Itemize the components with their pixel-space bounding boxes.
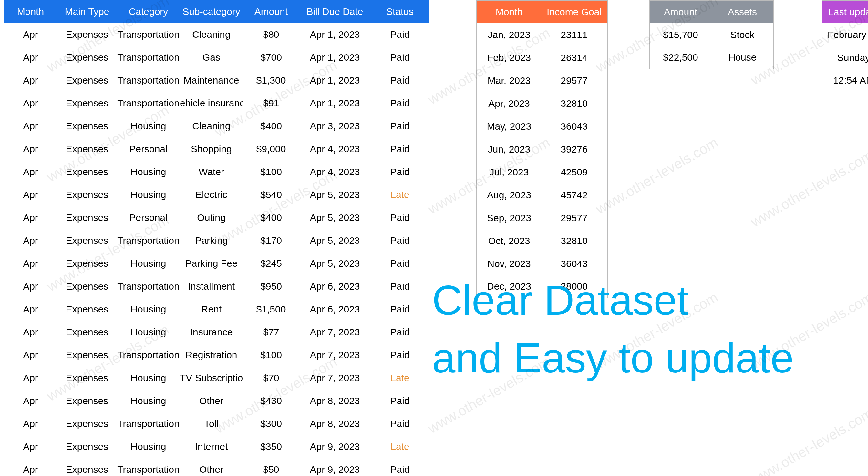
- table-row: AprExpensesHousingCleaning$400Apr 3, 202…: [4, 114, 430, 137]
- table-row: AprExpensesTransportationCleaning$80Apr …: [4, 23, 430, 46]
- table-row: AprExpensesHousingParking Fee$245Apr 5, …: [4, 252, 430, 275]
- cell-category: Housing: [117, 435, 180, 458]
- cell-income-month: Sep, 2023: [476, 206, 541, 229]
- cell-sub-category: Cleaning: [180, 23, 243, 46]
- table-row: AprExpensesTransportationRegistration$10…: [4, 343, 430, 366]
- cell-sub-category: ehicle insuranc: [180, 92, 243, 114]
- cell-status: Paid: [370, 298, 430, 320]
- cell-month: Apr: [4, 320, 57, 343]
- cell-income-month: Jun, 2023: [476, 138, 541, 161]
- cell-income-goal: 45742: [541, 183, 608, 206]
- cell-bill-due-date: Apr 6, 2023: [299, 298, 370, 320]
- cell-month: Apr: [4, 366, 57, 389]
- cell-category: Housing: [117, 114, 180, 137]
- cell-category: Transportation: [117, 23, 180, 46]
- watermark: www.other-levels.com: [748, 405, 868, 476]
- cell-month: Apr: [4, 435, 57, 458]
- table-row: AprExpensesHousingElectric$540Apr 5, 202…: [4, 183, 430, 206]
- cell-income-goal: 39276: [541, 138, 608, 161]
- cell-bill-due-date: Apr 5, 2023: [299, 252, 370, 275]
- cell-income-goal: 36043: [541, 115, 608, 138]
- cell-main-type: Expenses: [57, 46, 117, 69]
- cell-main-type: Expenses: [57, 366, 117, 389]
- col-amount: Amount: [243, 0, 299, 23]
- table-row: AprExpensesTransportationehicle insuranc…: [4, 92, 430, 114]
- cell-sub-category: Electric: [180, 183, 243, 206]
- cell-bill-due-date: Apr 8, 2023: [299, 412, 370, 435]
- table-row: AprExpensesTransportationOther$50Apr 9, …: [4, 458, 430, 476]
- cell-category: Transportation: [117, 92, 180, 114]
- cell-main-type: Expenses: [57, 412, 117, 435]
- cell-main-type: Expenses: [57, 435, 117, 458]
- table-row: AprExpensesTransportationMaintenance$1,3…: [4, 69, 430, 92]
- income-header-row: Month Income Goal: [476, 0, 608, 23]
- table-row: Aug, 202345742: [476, 183, 608, 206]
- cell-asset-amount: $15,700: [649, 23, 711, 46]
- cell-category: Housing: [117, 252, 180, 275]
- cell-income-month: Jul, 2023: [476, 161, 541, 183]
- cell-income-goal: 26314: [541, 46, 608, 69]
- cell-status: Paid: [370, 229, 430, 252]
- cell-bill-due-date: Apr 6, 2023: [299, 275, 370, 298]
- cell-sub-category: Parking Fee: [180, 252, 243, 275]
- cell-amount: $540: [243, 183, 299, 206]
- cell-income-goal: 29577: [541, 206, 608, 229]
- cell-main-type: Expenses: [57, 206, 117, 229]
- cell-asset-name: Stock: [711, 23, 774, 46]
- cell-amount: $50: [243, 458, 299, 476]
- table-row: AprExpensesPersonalShopping$9,000Apr 4, …: [4, 137, 430, 160]
- cell-status: Paid: [370, 23, 430, 46]
- cell-sub-category: Cleaning: [180, 114, 243, 137]
- cell-category: Transportation: [117, 343, 180, 366]
- cell-main-type: Expenses: [57, 160, 117, 183]
- cell-main-type: Expenses: [57, 320, 117, 343]
- cell-bill-due-date: Apr 9, 2023: [299, 458, 370, 476]
- expenses-header-row: Month Main Type Category Sub-category Am…: [4, 0, 430, 23]
- cell-category: Transportation: [117, 229, 180, 252]
- cell-bill-due-date: Apr 1, 2023: [299, 46, 370, 69]
- col-status: Status: [370, 0, 430, 23]
- cell-status: Paid: [370, 412, 430, 435]
- cell-month: Apr: [4, 389, 57, 412]
- cell-category: Transportation: [117, 275, 180, 298]
- table-row: AprExpensesHousingTV Subscription$70Apr …: [4, 366, 430, 389]
- col-main-type: Main Type: [57, 0, 117, 23]
- cell-status: Paid: [370, 275, 430, 298]
- col-sub-category: Sub-category: [180, 0, 243, 23]
- cell-status: Paid: [370, 252, 430, 275]
- cell-asset-amount: $22,500: [649, 46, 711, 69]
- cell-sub-category: Registration: [180, 343, 243, 366]
- cell-main-type: Expenses: [57, 343, 117, 366]
- cell-main-type: Expenses: [57, 183, 117, 206]
- cell-amount: $1,500: [243, 298, 299, 320]
- table-row: Feb, 202326314: [476, 46, 608, 69]
- cell-category: Transportation: [117, 69, 180, 92]
- cell-status: Paid: [370, 160, 430, 183]
- assets-table: Amount Assets $15,700Stock$22,500House: [649, 0, 774, 69]
- cell-month: Apr: [4, 252, 57, 275]
- cell-bill-due-date: Apr 7, 2023: [299, 366, 370, 389]
- cell-amount: $430: [243, 389, 299, 412]
- table-row: Apr, 202332810: [476, 92, 608, 115]
- cell-amount: $350: [243, 435, 299, 458]
- cell-month: Apr: [4, 92, 57, 114]
- table-row: February 05: [822, 23, 868, 46]
- cell-status: Paid: [370, 137, 430, 160]
- col-asset-name: Assets: [711, 0, 774, 23]
- cell-sub-category: Shopping: [180, 137, 243, 160]
- cell-amount: $950: [243, 275, 299, 298]
- cell-income-month: Aug, 2023: [476, 183, 541, 206]
- cell-income-goal: 32810: [541, 92, 608, 115]
- table-row: AprExpensesTransportationInstallment$950…: [4, 275, 430, 298]
- expenses-table: Month Main Type Category Sub-category Am…: [4, 0, 430, 476]
- cell-sub-category: TV Subscription: [180, 366, 243, 389]
- cell-category: Transportation: [117, 458, 180, 476]
- cell-asset-name: House: [711, 46, 774, 69]
- col-income-month: Month: [476, 0, 541, 23]
- update-header-row: Last update: [822, 0, 868, 23]
- cell-amount: $1,300: [243, 69, 299, 92]
- cell-sub-category: Maintenance: [180, 69, 243, 92]
- cell-month: Apr: [4, 298, 57, 320]
- cell-category: Housing: [117, 366, 180, 389]
- table-row: AprExpensesHousingWater$100Apr 4, 2023Pa…: [4, 160, 430, 183]
